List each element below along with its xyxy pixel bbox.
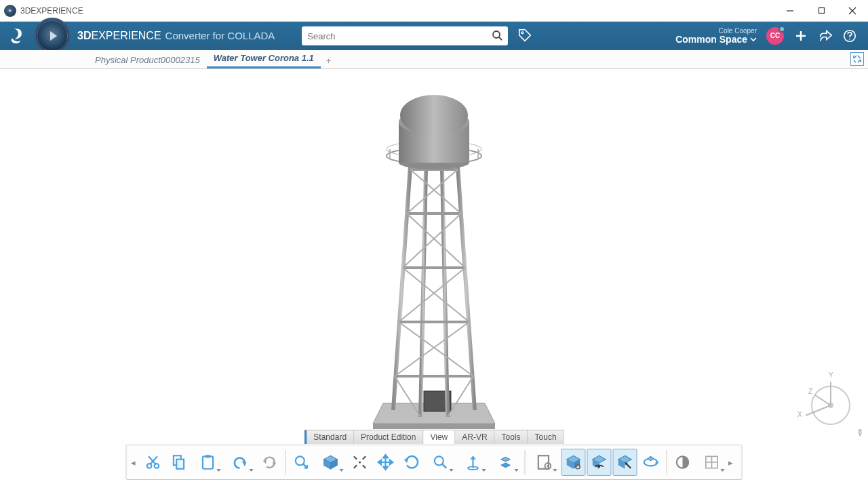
svg-line-14 — [393, 166, 410, 410]
brand-title: 3DEXPERIENCEConverter for COLLADA — [77, 30, 275, 42]
window-titlebar: ✦ 3DEXPERIENCE — [0, 0, 868, 22]
svg-point-4 — [493, 31, 500, 38]
paste-button[interactable] — [193, 449, 224, 476]
add-icon[interactable] — [793, 28, 808, 43]
mode-tab-view[interactable]: View — [423, 430, 455, 444]
pan-button[interactable] — [374, 449, 398, 476]
svg-marker-76 — [404, 459, 409, 464]
display-mode-2-button[interactable] — [587, 449, 612, 476]
mode-tab-standard[interactable]: Standard — [304, 430, 354, 444]
pencil-icon[interactable]: ✎ — [854, 426, 866, 439]
display-mode-3-button[interactable] — [613, 449, 637, 476]
svg-marker-82 — [501, 457, 510, 462]
close-button[interactable] — [837, 0, 868, 21]
window-controls — [774, 0, 868, 21]
fit-all-button[interactable] — [290, 449, 314, 476]
minimize-button[interactable] — [774, 0, 806, 21]
viewport-3d[interactable]: Y X Z ✎ Standard Product Edition View AR… — [1, 69, 867, 487]
svg-marker-74 — [378, 460, 381, 465]
app-icon: ✦ — [4, 5, 16, 17]
refresh-button[interactable] — [258, 449, 282, 476]
svg-line-17 — [442, 169, 448, 417]
svg-rect-56 — [176, 460, 184, 469]
svg-point-6 — [521, 31, 524, 33]
mode-tabs: Standard Product Edition View AR-VR Tool… — [304, 430, 564, 444]
rotate-button[interactable] — [399, 449, 424, 476]
search-input[interactable] — [307, 31, 492, 41]
tab-water-tower[interactable]: Water Tower Corona 1.1 — [207, 50, 321, 68]
user-space[interactable]: Cole Cooper Common Space — [675, 27, 757, 45]
space-selector[interactable]: Common Space — [675, 35, 757, 45]
svg-marker-75 — [390, 460, 393, 465]
triad-z: Z — [808, 388, 812, 395]
mode-tab-tools[interactable]: Tools — [495, 430, 528, 444]
copy-button[interactable] — [167, 449, 191, 476]
svg-line-5 — [499, 37, 502, 40]
topbar-right: Cole Cooper Common Space CC — [675, 27, 868, 45]
svg-marker-72 — [383, 455, 388, 458]
model-water-tower — [353, 85, 515, 437]
ds-logo-icon[interactable] — [7, 26, 27, 46]
search-box[interactable] — [302, 26, 508, 45]
share-icon[interactable] — [818, 28, 833, 43]
svg-point-45 — [400, 95, 468, 136]
window-title: 3DEXPERIENCE — [20, 6, 774, 16]
action-toolbar: ◂ ▸ — [126, 445, 743, 480]
tab-physical-product[interactable]: Physical Product00002315 — [88, 52, 207, 68]
normal-view-button[interactable] — [458, 449, 489, 476]
svg-point-86 — [547, 465, 549, 467]
zoom-button[interactable] — [425, 449, 456, 476]
properties-button[interactable] — [529, 449, 560, 476]
maximize-button[interactable] — [806, 0, 837, 21]
tag-icon[interactable] — [517, 28, 532, 45]
triad-x: X — [797, 411, 802, 418]
svg-rect-84 — [538, 455, 549, 469]
help-icon[interactable] — [842, 28, 857, 43]
svg-marker-73 — [383, 467, 388, 470]
compass-icon[interactable] — [34, 18, 71, 54]
grid-button[interactable] — [696, 449, 728, 476]
search-icon[interactable] — [492, 30, 502, 43]
svg-point-10 — [849, 39, 850, 40]
cut-button[interactable] — [141, 449, 165, 476]
toolbar-expand-left[interactable]: ◂ — [131, 458, 140, 468]
svg-line-49 — [806, 405, 831, 415]
recenter-button[interactable] — [348, 449, 372, 476]
svg-marker-12 — [373, 424, 495, 429]
svg-rect-57 — [203, 456, 213, 468]
collapse-button[interactable] — [850, 52, 864, 66]
explode-button[interactable] — [490, 449, 521, 476]
svg-marker-80 — [470, 455, 476, 459]
document-tabbar: Physical Product00002315 Water Tower Cor… — [0, 50, 868, 69]
avatar[interactable]: CC — [766, 27, 784, 45]
svg-line-15 — [458, 166, 475, 410]
undo-button[interactable] — [225, 449, 256, 476]
svg-line-78 — [442, 464, 447, 468]
svg-rect-58 — [205, 455, 210, 458]
view-triad[interactable]: Y X Z — [793, 371, 854, 432]
svg-rect-1 — [818, 8, 824, 14]
toolbar-expand-right[interactable]: ▸ — [728, 458, 738, 468]
svg-marker-83 — [501, 463, 510, 468]
isometric-button[interactable] — [315, 449, 347, 476]
triad-y: Y — [829, 371, 833, 379]
mode-tab-ar-vr[interactable]: AR-VR — [455, 430, 494, 444]
svg-marker-98 — [655, 461, 658, 464]
add-tab-button[interactable]: + — [321, 53, 337, 68]
display-mode-1-button[interactable] — [561, 449, 586, 476]
svg-marker-99 — [648, 456, 654, 461]
svg-point-93 — [598, 466, 600, 468]
orbit-button[interactable] — [639, 449, 663, 476]
svg-line-50 — [815, 395, 831, 405]
top-bar: 3DEXPERIENCEConverter for COLLADA Cole C… — [0, 22, 868, 50]
mode-tab-touch[interactable]: Touch — [528, 430, 564, 444]
mode-tab-product-edition[interactable]: Product Edition — [354, 430, 423, 444]
svg-point-69 — [359, 461, 361, 463]
ambience-button[interactable] — [671, 449, 695, 476]
svg-line-16 — [420, 169, 426, 417]
